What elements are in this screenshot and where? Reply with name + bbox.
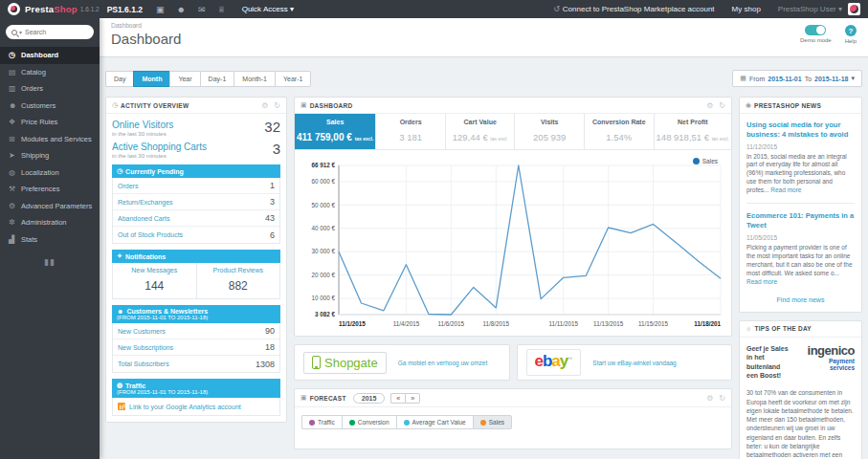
abandoned-carts-link[interactable]: Abandoned Carts (118, 215, 169, 222)
total-subscribers-link[interactable]: Total Subscribers (118, 361, 169, 367)
panel-title: PRESTASHOP NEWS (754, 102, 821, 109)
prestashop-logo-icon[interactable] (8, 3, 20, 15)
page-title: Dashboard (111, 31, 868, 47)
dashboard-icon: ◷ (9, 51, 21, 59)
legend-conversion-button[interactable]: Conversion (342, 415, 396, 429)
customers-list: New Customers90 New Subscriptions18 Tota… (112, 323, 280, 373)
legend-sales-button[interactable]: Sales (473, 415, 512, 429)
sidebar-item-customers[interactable]: ☻Customers (0, 98, 100, 115)
help-button[interactable]: ? Help (845, 25, 857, 44)
traffic-dot-icon (309, 420, 315, 426)
period-day-1-button[interactable]: Day-1 (200, 71, 234, 87)
period-year-button[interactable]: Year (169, 71, 199, 87)
active-carts-value: 3 (273, 142, 280, 159)
notifications-header: ✦ Notifications (112, 250, 280, 263)
sidebar-item-preferences[interactable]: ⚒Preferences (0, 181, 100, 198)
lightbulb-icon: ☼ (746, 325, 751, 332)
demo-mode-toggle[interactable]: Demo mode (800, 25, 832, 44)
gear-icon[interactable]: ⚙ (706, 101, 713, 110)
period-button-group: Day Month Year Day-1 Month-1 Year-1 (105, 71, 311, 87)
marketplace-link[interactable]: ↺Connect to PrestaShop Marketplace accou… (553, 5, 714, 13)
legend-avg-cart-value-button[interactable]: Average Cart Value (396, 415, 473, 429)
sidebar-item-localization[interactable]: ◍Localization (0, 164, 100, 182)
kpi-orders[interactable]: Orders 3 181 (376, 114, 446, 149)
find-more-news-link[interactable]: Find more news (746, 296, 855, 303)
new-messages-cell: New Messages 144 (113, 263, 196, 298)
kpi-net-profit[interactable]: Net Profit 148 918,51 € tax excl. (655, 114, 731, 149)
legend-dot-icon (693, 158, 700, 164)
orders-link[interactable]: Orders (118, 183, 138, 189)
online-visitors-metric: Online Visitors in the last 30 minutes 3… (112, 120, 280, 137)
search-input[interactable] (25, 29, 82, 35)
new-messages-link[interactable]: New Messages (115, 267, 194, 273)
refresh-icon[interactable]: ↻ (719, 101, 725, 110)
breadcrumb[interactable]: Dashboard (111, 22, 868, 29)
news-article-title[interactable]: Ecommerce 101: Payments in a Tweet (746, 211, 855, 230)
sidebar-item-dashboard[interactable]: ◷Dashboard (0, 47, 100, 64)
sidebar-item-stats[interactable]: ▟Stats (0, 231, 100, 249)
period-year-1-button[interactable]: Year-1 (275, 71, 311, 87)
my-shop-link[interactable]: My shop (732, 5, 761, 13)
avatar[interactable] (848, 3, 860, 15)
news-article-title[interactable]: Using social media for your business: 4 … (746, 120, 855, 140)
period-month-button[interactable]: Month (133, 71, 169, 87)
period-month-1-button[interactable]: Month-1 (234, 71, 275, 87)
refresh-icon[interactable]: ↻ (274, 101, 280, 110)
google-analytics-link[interactable]: Link to your Google Analytics account (129, 404, 241, 410)
shopgate-logo: Shopgate (303, 352, 387, 374)
kpi-visits[interactable]: Visits 205 939 (515, 114, 585, 149)
search-icon (11, 30, 17, 35)
chevron-down-icon: ▾ (851, 75, 855, 82)
sidebar-item-orders[interactable]: ▥Orders (0, 80, 100, 98)
ebay-module: ebay™ Start uw eBay-winkel vandaag (517, 344, 733, 381)
refresh-icon[interactable]: ↻ (719, 394, 725, 403)
gear-icon[interactable]: ⚙ (706, 394, 713, 403)
gear-icon[interactable]: ⚙ (261, 101, 268, 110)
active-carts-link[interactable]: Active Shopping Carts (112, 142, 207, 152)
date-range-picker[interactable]: ▦ From 2015-11-01 To 2015-11-18 ▾ (732, 70, 862, 87)
toggle-on-icon[interactable] (805, 25, 826, 35)
user-menu[interactable]: PrestaShop User ▾ (778, 5, 842, 13)
trophy-icon[interactable]: ♕ (218, 5, 226, 14)
new-subscriptions-link[interactable]: New Subscriptions (118, 344, 173, 351)
sidebar-item-administration[interactable]: ✲Administration (0, 214, 100, 231)
shopgate-link[interactable]: Ga mobiel en verhoog uw omzet (398, 360, 488, 366)
kpi-cart-value[interactable]: Cart Value 129,44 € tax excl. (446, 114, 516, 149)
legend-traffic-button[interactable]: Traffic (301, 415, 342, 429)
date-from: 2015-11-01 (768, 76, 801, 82)
ebay-link[interactable]: Start uw eBay-winkel vandaag (592, 360, 676, 366)
user-icon[interactable]: ☻ (177, 5, 186, 14)
notifications-cells: New Messages 144 Product Reviews 882 (112, 263, 280, 299)
sidebar-item-advanced-parameters[interactable]: ⚙Advanced Parameters (0, 198, 100, 215)
new-customers-link[interactable]: New Customers (118, 328, 166, 335)
out-of-stock-link[interactable]: Out of Stock Products (118, 231, 183, 238)
quick-access-menu[interactable]: Quick Access ▾ (242, 5, 294, 13)
cart-icon[interactable]: ▣ (156, 5, 165, 14)
sidebar-item-price-rules[interactable]: ❖Price Rules (0, 114, 100, 131)
read-more-link[interactable]: Read more (746, 278, 777, 285)
mail-icon[interactable]: ✉ (198, 5, 206, 14)
sidebar-search[interactable]: ▾ (6, 25, 94, 39)
brand-presta: Presta (25, 4, 54, 14)
chart-legend[interactable]: Sales (693, 158, 718, 164)
period-day-button[interactable]: Day (105, 71, 133, 87)
globe-icon: ◍ (117, 382, 122, 389)
read-more-link[interactable]: Read more (770, 186, 801, 193)
forecast-prev-button[interactable]: « (390, 393, 405, 404)
customers-icon: ☻ (9, 101, 21, 110)
sidebar-item-shipping[interactable]: ➤Shipping (0, 147, 100, 164)
tips-heading: Geef je Sales in het buitenland een Boos… (746, 344, 790, 381)
sidebar-item-catalog[interactable]: ▤Catalog (0, 64, 100, 81)
product-reviews-link[interactable]: Product Reviews (199, 267, 278, 273)
advanced-parameters-icon: ⚙ (9, 202, 21, 210)
svg-text:11/15/2015: 11/15/2015 (638, 320, 669, 327)
returns-link[interactable]: Return/Exchanges (118, 199, 173, 206)
sidebar-item-modules[interactable]: ⊞Modules and Services (0, 131, 100, 148)
online-visitors-link[interactable]: Online Visitors (112, 120, 173, 130)
sidebar-collapse-icon[interactable]: ▮▮ (0, 257, 100, 267)
kpi-sales[interactable]: Sales 411 759,00 € tax excl. (295, 114, 376, 149)
svg-text:11/13/2015: 11/13/2015 (593, 320, 624, 327)
forecast-next-button[interactable]: » (405, 393, 420, 404)
kpi-conversion-rate[interactable]: Conversion Rate 1.54% (585, 114, 655, 149)
svg-text:30 000 €: 30 000 € (311, 248, 335, 254)
